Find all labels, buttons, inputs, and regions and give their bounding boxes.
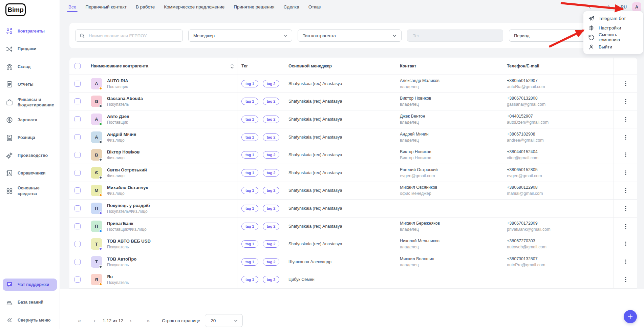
tab[interactable]: В работе [136, 4, 155, 9]
menu-item-switch-company[interactable]: Сменить компанию [583, 33, 643, 42]
language-switch[interactable]: RU [621, 5, 627, 9]
row-actions-button[interactable] [621, 79, 630, 88]
tag-pill[interactable]: tag 2 [263, 223, 280, 230]
tag-pill[interactable]: tag 2 [263, 205, 280, 212]
sidebar-item[interactable]: Финансы и бюджетирование [0, 94, 60, 111]
row-checkbox[interactable] [74, 241, 81, 247]
sidebar-item[interactable]: Производство [0, 147, 60, 164]
tag-pill[interactable]: tag 1 [241, 116, 258, 123]
row-checkbox[interactable] [74, 276, 81, 283]
sidebar-item[interactable]: Склад [0, 58, 60, 76]
tag-pill[interactable]: tag 1 [241, 133, 258, 141]
tag-pill[interactable]: tag 2 [263, 169, 280, 177]
row-checkbox[interactable] [74, 116, 81, 122]
row-checkbox[interactable] [74, 134, 81, 140]
sidebar-footer-item[interactable]: Чат поддержки [3, 279, 57, 291]
tab[interactable]: Коммерческое предложение [164, 4, 224, 9]
row-checkbox[interactable] [74, 170, 81, 176]
tag-pill[interactable]: tag 1 [241, 151, 258, 159]
back-arrow-icon[interactable] [587, 4, 595, 11]
add-button[interactable] [624, 310, 637, 323]
row-actions-button[interactable] [621, 275, 630, 284]
manager-select[interactable]: Менеджер [188, 29, 292, 42]
tag-pill[interactable]: tag 1 [241, 205, 258, 212]
row-actions-button[interactable] [621, 222, 630, 231]
tag-filter-input[interactable] [412, 33, 498, 39]
tag-pill[interactable]: tag 2 [263, 258, 280, 266]
tag-pill[interactable]: tag 2 [263, 187, 280, 194]
row-checkbox[interactable] [74, 152, 81, 158]
tag-pill[interactable]: tag 1 [241, 98, 258, 105]
forward-arrow-icon[interactable] [604, 4, 612, 11]
counterparty-name[interactable]: ТОВ АвтоПро [107, 256, 136, 262]
tab[interactable]: Отказ [308, 4, 321, 9]
prev-page-button[interactable]: ‹ [93, 318, 95, 324]
user-avatar[interactable]: A [632, 2, 641, 12]
sidebar-item[interactable]: Справочники [0, 164, 60, 182]
row-actions-button[interactable] [621, 97, 630, 106]
tag-pill[interactable]: tag 2 [263, 80, 280, 87]
row-actions-button[interactable] [621, 115, 630, 124]
row-actions-button[interactable] [621, 257, 630, 267]
counterparty-name[interactable]: AUTO.RIA [107, 78, 128, 83]
menu-item-logout[interactable]: Выйти [583, 42, 643, 52]
row-actions-button[interactable] [621, 132, 630, 142]
counterparty-name[interactable]: Gassana Abouda [107, 96, 143, 101]
tag-pill[interactable]: tag 1 [241, 258, 258, 266]
row-checkbox[interactable] [74, 205, 81, 211]
tag-pill[interactable]: tag 1 [241, 169, 258, 177]
sidebar-item[interactable]: Отчеты [0, 76, 60, 93]
tab[interactable]: Сделка [284, 4, 299, 9]
search-input[interactable] [88, 33, 179, 39]
row-checkbox[interactable] [74, 81, 81, 87]
row-actions-button[interactable] [621, 186, 630, 195]
tag-pill[interactable]: tag 1 [241, 187, 258, 194]
row-actions-button[interactable] [621, 150, 630, 160]
menu-item-telegram-bot[interactable]: Telegram бот [583, 14, 643, 23]
tag-pill[interactable]: tag 1 [241, 276, 258, 283]
sidebar-item[interactable]: Основные средства [0, 182, 60, 200]
first-page-button[interactable]: « [78, 318, 81, 324]
tag-pill[interactable]: tag 1 [241, 240, 258, 248]
counterparty-name[interactable]: Андрій Мічин [107, 132, 136, 137]
counterparty-name[interactable]: Покупець у роздріб [107, 203, 150, 208]
sidebar-item[interactable]: Зарплата [0, 111, 60, 129]
tag-pill[interactable]: tag 1 [241, 80, 258, 87]
tab[interactable]: Принятие решения [234, 4, 274, 9]
row-actions-button[interactable] [621, 204, 630, 213]
app-logo[interactable]: Bimp [5, 3, 26, 16]
tag-pill[interactable]: tag 2 [263, 133, 280, 141]
row-checkbox[interactable] [74, 223, 81, 229]
tag-pill[interactable]: tag 2 [263, 151, 280, 159]
tag-filter-field[interactable] [407, 29, 503, 42]
counterparty-name[interactable]: Авто Дзен [107, 114, 129, 119]
sort-icon[interactable] [230, 63, 234, 69]
tab[interactable]: Первичный контакт [85, 4, 127, 9]
row-checkbox[interactable] [74, 187, 81, 193]
tab[interactable]: Все [68, 4, 76, 9]
tag-pill[interactable]: tag 2 [263, 116, 280, 123]
tag-pill[interactable]: tag 1 [241, 223, 258, 230]
sidebar-footer-item[interactable]: База знаний [0, 299, 60, 306]
counterparty-name[interactable]: ТОВ АВТО ВЕБ USD [107, 239, 151, 244]
row-checkbox[interactable] [74, 259, 81, 265]
row-checkbox[interactable] [74, 98, 81, 104]
search-field[interactable] [75, 29, 183, 42]
menu-item-settings[interactable]: Настройки [583, 23, 643, 33]
row-actions-button[interactable] [621, 168, 630, 178]
tag-pill[interactable]: tag 2 [263, 240, 280, 248]
counterparty-name[interactable]: Ян [107, 274, 129, 279]
sidebar-footer-item[interactable]: Свернуть меню [0, 316, 60, 324]
counterparty-name[interactable]: Віктор Новіков [107, 149, 139, 155]
sidebar-item[interactable]: Продажи [0, 40, 60, 58]
tag-pill[interactable]: tag 2 [263, 98, 280, 105]
next-page-button[interactable]: › [130, 318, 132, 324]
row-actions-button[interactable] [621, 239, 630, 249]
tag-pill[interactable]: tag 2 [263, 276, 280, 283]
rows-per-page-select[interactable]: 20 [205, 314, 243, 327]
counterparty-name[interactable]: Михайло Остапчук [107, 185, 148, 190]
sidebar-item[interactable]: Розница [0, 129, 60, 146]
sidebar-item[interactable]: Контрагенты [0, 22, 60, 40]
last-page-button[interactable]: » [147, 318, 150, 324]
counterparty-type-select[interactable]: Тип контрагента [298, 29, 402, 42]
